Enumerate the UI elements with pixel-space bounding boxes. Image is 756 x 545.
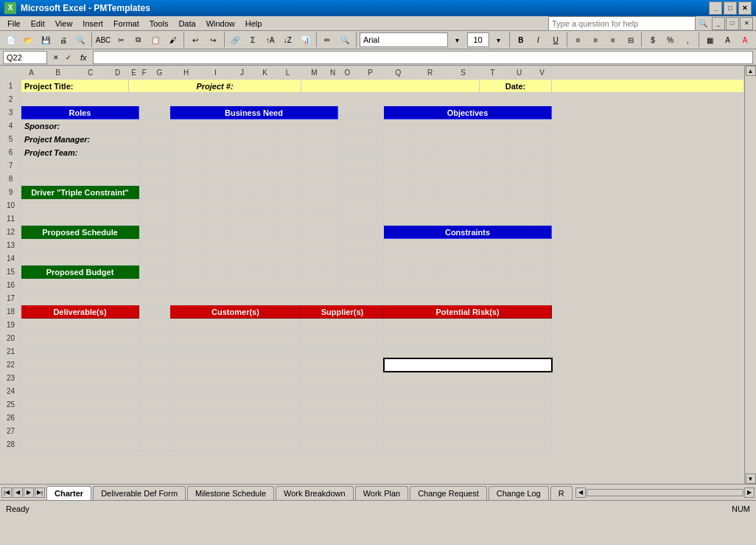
cell-suppliers-header[interactable]: Supplier(s) bbox=[301, 305, 384, 319]
col-header-d[interactable]: D bbox=[107, 66, 129, 80]
cell-row23-ef[interactable] bbox=[139, 372, 170, 385]
cell-business-need-row8[interactable] bbox=[170, 173, 338, 186]
cell-roles-header[interactable]: Roles bbox=[21, 106, 139, 119]
cell-row20-ef[interactable] bbox=[139, 332, 170, 345]
scroll-left-button[interactable]: ◀ bbox=[575, 487, 586, 498]
cell-row12-ef[interactable] bbox=[139, 226, 170, 239]
bold-button[interactable]: B bbox=[513, 32, 529, 48]
save-button[interactable]: 💾 bbox=[38, 32, 54, 48]
cell-row28-risk[interactable] bbox=[384, 438, 552, 451]
cell-customers-header[interactable]: Customer(s) bbox=[170, 305, 301, 319]
cell-team[interactable]: Project Team: bbox=[21, 146, 139, 159]
cell-business-need-row15[interactable] bbox=[170, 265, 338, 279]
print-button[interactable]: 🖨 bbox=[55, 32, 71, 48]
help-restore-button[interactable]: □ bbox=[726, 17, 739, 30]
cell-business-need-header[interactable]: Business Need bbox=[170, 106, 338, 119]
cell-row10-roles[interactable] bbox=[21, 199, 139, 212]
percent-button[interactable]: % bbox=[662, 32, 679, 48]
cell-business-need-row6[interactable] bbox=[170, 146, 338, 159]
cell-row6-no[interactable] bbox=[338, 146, 384, 159]
cell-t1[interactable] bbox=[552, 80, 744, 93]
zoom-button[interactable]: 🔍 bbox=[337, 32, 353, 48]
cell-row24-risk[interactable] bbox=[384, 385, 552, 398]
cell-row7-roles[interactable] bbox=[21, 159, 139, 173]
cell-deliverables-header[interactable]: Deliverable(s) bbox=[21, 305, 139, 319]
cut-button[interactable]: ✂ bbox=[113, 32, 129, 48]
tab-prev-button[interactable]: ◀ bbox=[13, 487, 23, 498]
menu-view[interactable]: View bbox=[51, 18, 77, 29]
menu-format[interactable]: Format bbox=[109, 18, 144, 29]
tab-last-button[interactable]: ▶| bbox=[35, 487, 45, 498]
cell-constraints-row15[interactable] bbox=[384, 265, 552, 279]
currency-button[interactable]: $ bbox=[645, 32, 661, 48]
menu-tools[interactable]: Tools bbox=[145, 18, 173, 29]
cell-row14-ef[interactable] bbox=[139, 252, 170, 265]
col-header-m[interactable]: M bbox=[301, 66, 328, 80]
cell-a1[interactable]: Project Title: bbox=[21, 80, 129, 93]
col-header-q[interactable]: Q bbox=[384, 66, 413, 80]
underline-button[interactable]: U bbox=[547, 32, 564, 48]
italic-button[interactable]: I bbox=[531, 32, 547, 48]
cell-row13-ef[interactable] bbox=[139, 239, 170, 252]
cell-objectives-row11-blank[interactable] bbox=[384, 212, 552, 226]
cancel-formula-btn[interactable]: ✕ bbox=[50, 52, 62, 63]
cell-objectives-row9[interactable] bbox=[384, 186, 552, 199]
col-header-h[interactable]: H bbox=[170, 66, 203, 80]
cell-date1[interactable]: Date: bbox=[480, 80, 552, 93]
cell-row22-ef[interactable] bbox=[139, 358, 170, 372]
cell-objectives-row5[interactable] bbox=[384, 133, 552, 146]
cell-row28-del[interactable] bbox=[21, 438, 139, 451]
cell-row24-ef[interactable] bbox=[139, 385, 170, 398]
cell-row27-risk[interactable] bbox=[384, 425, 552, 438]
menu-edit[interactable]: Edit bbox=[27, 18, 49, 29]
cell-row23-del[interactable] bbox=[21, 372, 139, 385]
cell-row22-supp[interactable] bbox=[301, 358, 384, 372]
col-header-l[interactable]: L bbox=[275, 66, 301, 80]
cell-row3-ef[interactable] bbox=[139, 106, 170, 119]
cell-constraints-row14[interactable] bbox=[384, 252, 552, 265]
col-header-k[interactable]: K bbox=[256, 66, 275, 80]
col-header-e[interactable]: E bbox=[129, 66, 139, 80]
cell-business-need-row5[interactable] bbox=[170, 133, 338, 146]
cell-row16-ef[interactable] bbox=[139, 279, 170, 292]
col-header-u[interactable]: U bbox=[506, 66, 533, 80]
menu-data[interactable]: Data bbox=[174, 18, 200, 29]
cell-q22-selected[interactable] bbox=[384, 358, 552, 372]
cell-objectives-row7[interactable] bbox=[384, 159, 552, 173]
col-header-g[interactable]: G bbox=[150, 66, 170, 80]
cell-objectives-row8[interactable] bbox=[384, 173, 552, 186]
restore-button[interactable]: □ bbox=[724, 1, 737, 15]
help-close-button[interactable]: ✕ bbox=[740, 17, 753, 30]
cell-proposed-schedule-header[interactable]: Proposed Schedule bbox=[21, 226, 139, 239]
cell-row23-cust[interactable] bbox=[170, 372, 301, 385]
cell-row5-no[interactable] bbox=[338, 133, 384, 146]
confirm-formula-btn[interactable]: ✓ bbox=[63, 52, 74, 63]
cell-row21-ef[interactable] bbox=[139, 345, 170, 358]
col-header-n[interactable]: N bbox=[328, 66, 338, 80]
cell-row25-cust[interactable] bbox=[170, 398, 301, 412]
font-color-button[interactable]: A bbox=[737, 32, 753, 48]
cell-row9-no[interactable] bbox=[338, 186, 384, 199]
cell-row7-ef[interactable] bbox=[139, 159, 170, 173]
cell-row22-del[interactable] bbox=[21, 358, 139, 372]
col-header-r[interactable]: R bbox=[413, 66, 447, 80]
cell-row27-supp[interactable] bbox=[301, 425, 384, 438]
menu-insert[interactable]: Insert bbox=[78, 18, 108, 29]
cell-row14-sched[interactable] bbox=[21, 252, 139, 265]
font-name-dropdown[interactable]: ▾ bbox=[449, 32, 466, 48]
cell-row19-cust[interactable] bbox=[170, 319, 301, 332]
minimize-button[interactable]: _ bbox=[709, 1, 722, 15]
fill-color-button[interactable]: A bbox=[720, 32, 736, 48]
cell-row24-cust[interactable] bbox=[170, 385, 301, 398]
cell-row20-del[interactable] bbox=[21, 332, 139, 345]
cell-objectives-row6[interactable] bbox=[384, 146, 552, 159]
cell-business-need-row11[interactable] bbox=[170, 212, 338, 226]
autosum-button[interactable]: Σ bbox=[245, 32, 261, 48]
cell-business-need-row16[interactable] bbox=[170, 279, 338, 292]
cell-m1-filler[interactable] bbox=[301, 80, 480, 93]
cell-row26-cust[interactable] bbox=[170, 412, 301, 425]
close-button[interactable]: ✕ bbox=[738, 1, 752, 15]
sort-asc-button[interactable]: ↑A bbox=[262, 32, 279, 48]
menu-help[interactable]: Help bbox=[241, 18, 267, 29]
align-right-button[interactable]: ≡ bbox=[605, 32, 621, 48]
